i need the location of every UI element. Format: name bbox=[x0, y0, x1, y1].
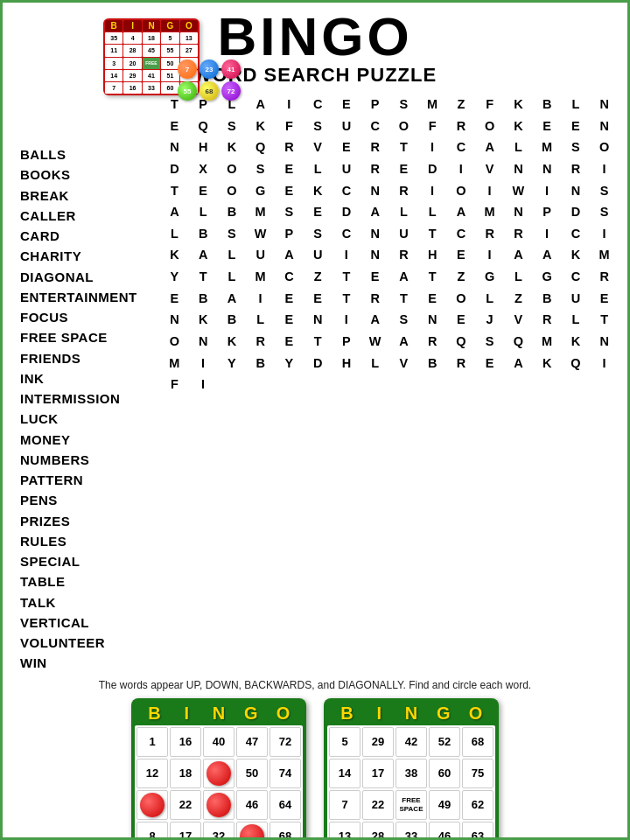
card-cell: 22 bbox=[362, 790, 394, 820]
word-list-item: VERTICAL bbox=[20, 612, 151, 633]
grid-cell: A bbox=[447, 201, 476, 223]
grid-cell: S bbox=[218, 116, 247, 137]
grid-cell: A bbox=[475, 136, 504, 158]
grid-cell: S bbox=[475, 331, 504, 353]
card2-header: BINGO bbox=[327, 702, 495, 725]
grid-cell: E bbox=[533, 116, 562, 137]
grid-cell: C bbox=[332, 180, 361, 202]
word-list-item: LUCK bbox=[20, 409, 151, 429]
card-header-letter: G bbox=[235, 704, 267, 724]
grid-cell: G bbox=[246, 180, 275, 202]
grid-cell: A bbox=[360, 201, 389, 223]
grid-cell: S bbox=[218, 223, 247, 245]
grid-cell: I bbox=[332, 244, 361, 266]
grid-cell: I bbox=[590, 158, 619, 180]
bingo-card-1: BINGO 1164047721218507422466481732686283… bbox=[131, 698, 306, 841]
word-list-item: WIN bbox=[20, 653, 151, 673]
grid-cell: L bbox=[504, 266, 533, 288]
grid-cell: I bbox=[475, 180, 504, 202]
grid-cell: M bbox=[418, 94, 447, 116]
word-list-item: TALK bbox=[20, 592, 151, 612]
word-list-item: CARD bbox=[20, 226, 151, 246]
grid-cell: P bbox=[533, 201, 562, 223]
grid-cell: Z bbox=[504, 288, 533, 310]
grid-cell: N bbox=[418, 309, 447, 331]
card-cell: 18 bbox=[170, 759, 201, 788]
grid-cell: K bbox=[562, 331, 591, 353]
grid-cell: Q bbox=[189, 116, 218, 137]
card-cell: 12 bbox=[136, 759, 168, 788]
word-list-item: FRIENDS bbox=[20, 348, 151, 368]
word-list-item: FOCUS bbox=[20, 307, 151, 327]
card-header-letter: N bbox=[203, 704, 234, 724]
grid-cell: I bbox=[533, 180, 562, 202]
word-list-item: FREE SPACE bbox=[20, 327, 151, 347]
word-list-item: RULES bbox=[20, 531, 151, 551]
red-marker bbox=[240, 824, 264, 841]
grid-cell: K bbox=[160, 244, 189, 266]
grid-cell: P bbox=[332, 331, 361, 353]
grid-cell: S bbox=[304, 223, 332, 245]
grid-cell: R bbox=[504, 223, 533, 245]
card-cell: 74 bbox=[270, 759, 301, 788]
grid-cell: P bbox=[360, 94, 389, 116]
grid-cell: U bbox=[246, 244, 275, 266]
grid-cell: N bbox=[533, 158, 562, 180]
red-marker bbox=[206, 761, 231, 786]
grid-cell: M bbox=[160, 353, 189, 374]
grid-cell: E bbox=[275, 158, 304, 180]
grid-cell: R bbox=[360, 288, 389, 310]
grid-cell: V bbox=[475, 158, 504, 180]
grid-cell: B bbox=[189, 223, 218, 245]
grid-cell: I bbox=[533, 223, 562, 245]
grid-cell: L bbox=[562, 309, 591, 331]
grid-cell: M bbox=[533, 331, 562, 353]
grid-cell: V bbox=[389, 353, 418, 374]
grid-cell: F bbox=[275, 116, 304, 137]
card-cell: 62 bbox=[462, 790, 494, 820]
grid-cell: C bbox=[332, 223, 361, 245]
grid-cell: K bbox=[218, 136, 247, 158]
red-marker bbox=[140, 793, 164, 817]
grid-cell: A bbox=[275, 244, 304, 266]
grid-cell: L bbox=[360, 353, 389, 374]
card-header-letter: B bbox=[138, 704, 170, 724]
grid-cell: E bbox=[160, 116, 189, 137]
card-cell: 68 bbox=[270, 822, 301, 841]
word-list-item: PATTERN bbox=[20, 470, 151, 490]
grid-cell: E bbox=[160, 288, 189, 310]
bingo-decorative-image: BINGO 35418513 1128455527 320FREE5065 14… bbox=[99, 11, 239, 116]
grid-cell: M bbox=[533, 136, 562, 158]
grid-cell: N bbox=[590, 116, 619, 137]
card-cell: 5 bbox=[329, 727, 360, 757]
grid-cell: N bbox=[360, 223, 389, 245]
grid-cell: A bbox=[504, 353, 533, 374]
grid-cell: K bbox=[218, 331, 247, 353]
grid-cell: A bbox=[160, 201, 189, 223]
grid-cell: O bbox=[389, 116, 418, 137]
grid-cell: G bbox=[533, 266, 562, 288]
grid-cell: H bbox=[189, 136, 218, 158]
card-cell bbox=[236, 822, 268, 841]
grid-cell: S bbox=[590, 201, 619, 223]
grid-cell: R bbox=[590, 266, 619, 288]
word-list-item: CHARITY bbox=[20, 246, 151, 266]
card-cell: 68 bbox=[462, 727, 494, 757]
card-cell: 32 bbox=[203, 822, 234, 841]
grid-cell: O bbox=[160, 331, 189, 353]
hint-text: The words appear UP, DOWN, BACKWARDS, an… bbox=[3, 677, 627, 693]
grid-cell: R bbox=[246, 331, 275, 353]
card-cell: 52 bbox=[429, 727, 460, 757]
grid-cell: D bbox=[418, 158, 447, 180]
grid-cell: M bbox=[475, 201, 504, 223]
grid-cell: Z bbox=[447, 94, 476, 116]
grid-cell: S bbox=[275, 201, 304, 223]
grid-cell: A bbox=[189, 244, 218, 266]
grid-cell: Y bbox=[218, 353, 247, 374]
grid-cell: E bbox=[189, 180, 218, 202]
grid-cell: L bbox=[304, 158, 332, 180]
card-header-letter: G bbox=[428, 704, 459, 724]
grid-cell: N bbox=[590, 331, 619, 353]
grid-cell: B bbox=[418, 353, 447, 374]
grid-cell: C bbox=[360, 116, 389, 137]
